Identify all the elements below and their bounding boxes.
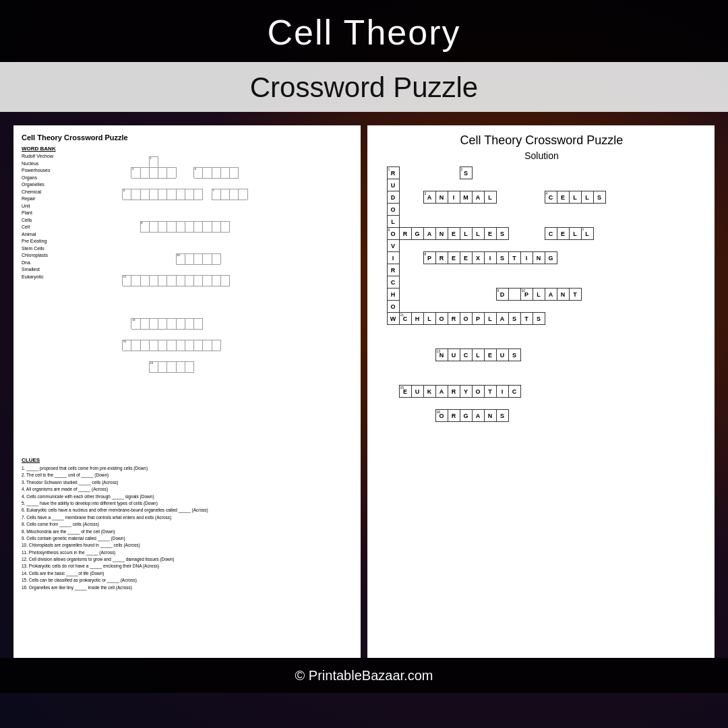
puzzle-cell xyxy=(203,232,212,243)
puzzle-cell xyxy=(123,253,131,264)
solution-cell xyxy=(423,398,435,410)
solution-cell: A xyxy=(472,410,484,422)
clue-item: 12. Cell division allows organisms to gr… xyxy=(22,556,354,563)
solution-panel-title: Cell Theory Crossword Puzzle xyxy=(375,133,708,148)
puzzle-cell xyxy=(167,340,176,351)
puzzle-cell xyxy=(123,243,131,253)
puzzle-cell xyxy=(104,189,113,200)
puzzle-cell xyxy=(265,415,274,426)
puzzle-cell xyxy=(309,415,318,426)
solution-cell xyxy=(472,276,484,289)
solution-cell xyxy=(569,252,581,264)
puzzle-cell xyxy=(203,426,212,437)
puzzle-cell xyxy=(114,146,123,156)
solution-cell xyxy=(569,373,581,386)
puzzle-cell xyxy=(265,437,274,448)
solution-cell xyxy=(642,240,654,252)
solution-cell xyxy=(630,216,642,228)
puzzle-cell xyxy=(327,264,336,275)
puzzle-cell xyxy=(185,329,193,340)
solution-cell xyxy=(533,204,545,216)
puzzle-cell xyxy=(239,189,247,200)
puzzle-cell xyxy=(292,232,301,243)
solution-cell xyxy=(617,228,630,240)
puzzle-cell xyxy=(318,178,327,189)
puzzle-cell xyxy=(131,297,140,307)
solution-cell: T xyxy=(569,289,581,301)
puzzle-cell xyxy=(212,221,220,232)
puzzle-cell xyxy=(318,232,327,243)
solution-cell xyxy=(569,434,581,446)
solution-cell xyxy=(617,337,630,349)
solution-cell xyxy=(617,179,630,191)
puzzle-cell xyxy=(230,264,239,275)
solution-cell: L xyxy=(472,349,484,361)
puzzle-cell xyxy=(309,437,318,448)
solution-cell xyxy=(557,301,569,313)
puzzle-cell xyxy=(220,243,229,253)
puzzle-cell xyxy=(176,178,185,189)
solution-cell xyxy=(423,434,435,446)
puzzle-cell xyxy=(301,307,309,318)
puzzle-cell xyxy=(158,437,167,448)
puzzle-cell xyxy=(158,253,167,264)
solution-cell: X xyxy=(472,252,484,264)
puzzle-cell xyxy=(274,340,283,351)
puzzle-cell xyxy=(158,264,167,275)
puzzle-cell xyxy=(336,437,344,448)
puzzle-cell xyxy=(247,253,256,264)
puzzle-cell xyxy=(327,156,336,167)
puzzle-cell xyxy=(131,221,140,232)
puzzle-cell xyxy=(212,243,220,253)
puzzle-cell xyxy=(318,404,327,415)
puzzle-cell xyxy=(176,156,185,167)
solution-cell xyxy=(435,422,448,434)
solution-cell xyxy=(593,264,605,276)
puzzle-cell xyxy=(158,146,167,156)
puzzle-cell xyxy=(344,437,353,448)
puzzle-cell xyxy=(131,415,140,426)
puzzle-cell xyxy=(274,221,283,232)
solution-cell xyxy=(484,216,496,228)
solution-cell xyxy=(642,422,654,434)
solution-cell xyxy=(533,240,545,252)
solution-cell xyxy=(642,446,654,458)
puzzle-cell xyxy=(220,178,229,189)
puzzle-cell xyxy=(104,404,113,415)
puzzle-cell xyxy=(176,210,185,221)
puzzle-cell xyxy=(327,307,336,318)
solution-cell xyxy=(520,228,533,240)
puzzle-cell xyxy=(140,372,149,383)
puzzle-cell xyxy=(114,264,123,275)
puzzle-cell xyxy=(230,200,239,210)
puzzle-cell xyxy=(239,264,247,275)
puzzle-cell xyxy=(301,318,309,329)
clue-item: 3. Theodor Schwann studied _____ cells (… xyxy=(22,479,354,486)
puzzle-cell xyxy=(194,200,203,210)
puzzle-cell xyxy=(203,200,212,210)
solution-cell xyxy=(617,264,630,276)
puzzle-cell xyxy=(194,307,203,318)
solution-cell xyxy=(557,410,569,422)
solution-cell xyxy=(435,204,448,216)
puzzle-cell xyxy=(292,286,301,297)
solution-cell xyxy=(630,240,642,252)
puzzle-cell xyxy=(283,351,292,361)
puzzle-cell xyxy=(327,383,336,394)
puzzle-grid: 1346781011131516 xyxy=(104,146,354,448)
solution-cell xyxy=(593,446,605,458)
puzzle-cell xyxy=(203,307,212,318)
clue-item: 4. All organisms are made of _____ (Acro… xyxy=(22,486,354,493)
solution-cell xyxy=(642,349,654,361)
solution-cell xyxy=(617,289,630,301)
puzzle-cell xyxy=(256,372,265,383)
solution-cell xyxy=(472,289,484,301)
solution-cell xyxy=(484,337,496,349)
puzzle-cell xyxy=(239,156,247,167)
puzzle-cell xyxy=(247,297,256,307)
clue-item: 6. Eukaryotic cells have a nucleus and o… xyxy=(22,507,354,514)
solution-cell: G xyxy=(545,252,557,264)
solution-cell xyxy=(593,240,605,252)
puzzle-cell xyxy=(158,210,167,221)
puzzle-cell xyxy=(194,351,203,361)
